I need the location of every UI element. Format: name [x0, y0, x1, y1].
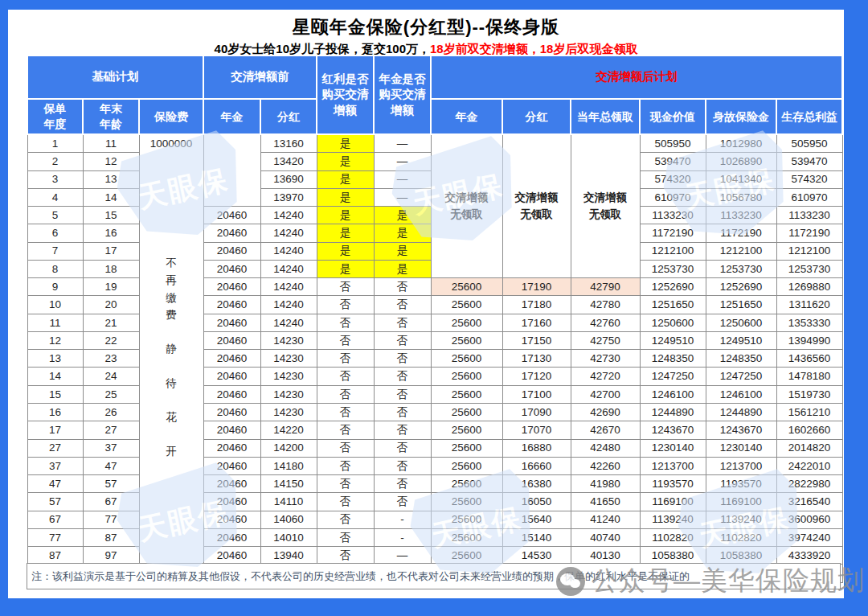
cell-dividend-pre: 14230 [260, 350, 317, 368]
cell-total-draw: 42480 [571, 439, 640, 457]
cell-annuity-pre-merged-empty [203, 134, 260, 207]
cell-age: 57 [83, 475, 139, 493]
cell-annuity-post: 25600 [431, 421, 502, 439]
cell-age: 16 [83, 224, 139, 242]
cell-death-benefit: 1247250 [706, 368, 776, 385]
column-header-age: 年末 年龄 [83, 99, 139, 134]
cell-total-draw: 42670 [571, 421, 640, 439]
cell-death-benefit: 1252690 [706, 278, 776, 296]
cell-dividend-buy-flag: 否 [317, 403, 374, 421]
premium-overlay-text: 费 [140, 306, 203, 323]
cell-dividend-pre: 14240 [260, 224, 317, 242]
group-header-before-paidup: 交清增额前 [203, 55, 317, 99]
cell-dividend-buy-flag: 否 [317, 528, 374, 546]
column-header-year: 保单 年度 [27, 99, 83, 134]
cell-total-draw: 42690 [571, 403, 640, 421]
cell-dividend-post: 17160 [502, 314, 571, 331]
cell-cash-value: 610970 [640, 188, 706, 206]
cell-annuity-pre: 20460 [203, 224, 260, 242]
cell-annuity-pre: 20460 [203, 260, 260, 277]
cell-dividend-buy-flag: 是 [317, 188, 374, 206]
cell-dividend-pre: 14180 [260, 457, 317, 474]
cell-survival-benefit: 1172190 [776, 224, 842, 242]
cell-age: 17 [83, 242, 139, 260]
cell-survival-benefit: 2422010 [776, 457, 842, 474]
cell-death-benefit: 1250600 [706, 314, 776, 331]
cell-dividend-pre: 13160 [260, 134, 317, 153]
disclaimer-note: 注：该利益演示是基于公司的精算及其他假设，不代表公司的历史经营业绩，也不代表对公… [27, 563, 841, 589]
cell-annuity-buy-flag: 否 [374, 350, 431, 368]
cell-death-benefit: 1251650 [706, 296, 776, 314]
cell-annuity-pre: 20460 [203, 475, 260, 493]
cell-survival-benefit: 1602660 [776, 421, 842, 439]
cell-age: 67 [83, 493, 139, 511]
cell-policy-year: 10 [27, 296, 83, 314]
column-header-ann_pre: 年金 [203, 99, 260, 134]
benefit-table-wrap: 基础计划交清增额前红利是否 购买交清 增额年金是否 购买交清 增额交清增额后计划… [27, 55, 843, 583]
cell-survival-benefit: 1353330 [776, 314, 842, 331]
cell-dividend-post: 14530 [502, 547, 571, 565]
cell-survival-benefit: 1212100 [776, 242, 842, 260]
cell-age: 13 [83, 170, 139, 188]
cell-cash-value: 1248350 [640, 350, 706, 368]
cell-age: 87 [83, 528, 139, 546]
cell-annuity-pre: 20460 [203, 511, 260, 528]
cell-dividend-post: 16880 [502, 439, 571, 457]
cell-survival-benefit: 1561210 [776, 403, 842, 421]
cell-age: 15 [83, 207, 139, 224]
cell-annuity-post: 25600 [431, 368, 502, 385]
cell-annuity-post: 25600 [431, 350, 502, 368]
cell-death-benefit: 1026890 [706, 153, 776, 170]
cell-annuity-buy-flag: 是 [374, 207, 431, 224]
cell-survival-benefit: 2822980 [776, 475, 842, 493]
cell-total-draw: 41650 [571, 493, 640, 511]
cell-survival-benefit: 4333920 [776, 547, 842, 565]
cell-age: 21 [83, 314, 139, 331]
subtitle-red-part: 18岁前双交清增额，18岁后双现金领取 [430, 42, 637, 55]
cell-death-benefit: 1169100 [706, 493, 776, 511]
cell-dividend-buy-flag: 否 [317, 457, 374, 474]
table-row: 1111000000不再缴费静待花开13160是—交清增额 无领取交清增额 无领… [27, 134, 842, 153]
cell-annuity-buy-flag: — [374, 188, 431, 206]
cell-policy-year: 8 [27, 260, 83, 277]
cell-dividend-post: 16050 [502, 493, 571, 511]
cell-dividend-post: 17070 [502, 421, 571, 439]
cell-dividend-pre: 14240 [260, 314, 317, 331]
cell-dividend-buy-flag: 是 [317, 153, 374, 170]
premium-overlay-text: 待 [140, 375, 203, 392]
cell-annuity-buy-flag: 否 [374, 385, 431, 403]
cell-annuity-post: 25600 [431, 547, 502, 565]
cell-annuity-pre: 20460 [203, 207, 260, 224]
cell-draw-merged: 交清增额 无领取 [571, 134, 640, 278]
cell-dividend-buy-flag: 是 [317, 242, 374, 260]
cell-dividend-pre: 14220 [260, 421, 317, 439]
cell-premium-merged: 1000000不再缴费静待花开 [139, 134, 203, 582]
column-header-death: 身故保险金 [706, 99, 776, 134]
cell-survival-benefit: 2014820 [776, 439, 842, 457]
cell-total-draw: 42790 [571, 278, 640, 296]
premium-overlay-text: 花 [140, 409, 203, 425]
cell-annuity-buy-flag: 否 [374, 278, 431, 296]
cell-cash-value: 1252690 [640, 278, 706, 296]
cell-dividend-buy-flag: 是 [317, 224, 374, 242]
cell-dividend-post: 17180 [502, 296, 571, 314]
cell-dividend-pre: 13940 [260, 547, 317, 565]
cell-annuity-buy-flag: 否 [374, 403, 431, 421]
cell-dividend-pre: 14230 [260, 385, 317, 403]
cell-annuity-buy-flag: 否 [374, 493, 431, 511]
cell-survival-benefit: 505950 [776, 134, 842, 153]
cell-dividend-pre: 14200 [260, 439, 317, 457]
cell-age: 47 [83, 457, 139, 474]
cell-death-benefit: 1139240 [706, 511, 776, 528]
cell-cash-value: 1172190 [640, 224, 706, 242]
cell-annuity-pre: 20460 [203, 350, 260, 368]
cell-annuity-post: 25600 [431, 403, 502, 421]
cell-dividend-post: 17150 [502, 331, 571, 349]
cell-annuity-post: 25600 [431, 439, 502, 457]
cell-cash-value: 1058380 [640, 547, 706, 565]
cell-death-benefit: 1249510 [706, 331, 776, 349]
cell-policy-year: 57 [27, 493, 83, 511]
cell-dividend-buy-flag: 否 [317, 314, 374, 331]
cell-cash-value: 574320 [640, 170, 706, 188]
cell-annuity-post: 25600 [431, 475, 502, 493]
